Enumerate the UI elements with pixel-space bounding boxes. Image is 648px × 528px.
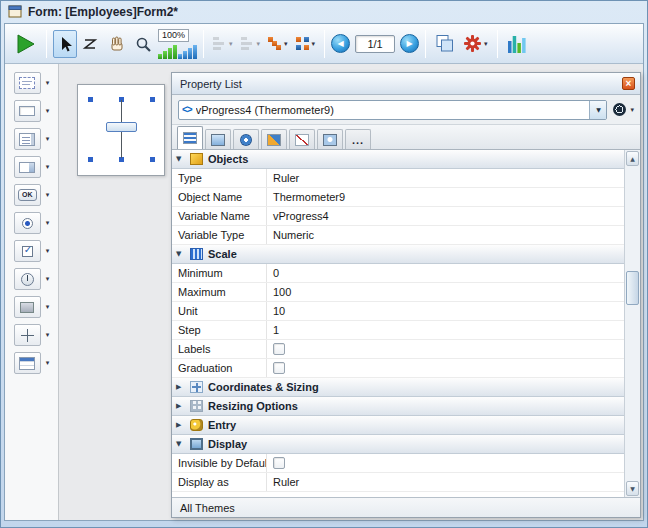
input-field-tool-button[interactable] <box>14 100 41 122</box>
vertical-scrollbar[interactable]: ▲ ▼ <box>624 150 640 497</box>
section-coordinates-sizing[interactable]: ▶Coordinates & Sizing <box>172 378 624 397</box>
selection-handle[interactable] <box>150 157 155 162</box>
level-objects-button[interactable]: ▾ <box>265 30 291 58</box>
zoom-scale-bars-icon[interactable] <box>158 43 197 59</box>
chevron-down-icon[interactable]: ▾ <box>46 79 50 87</box>
property-label: Type <box>172 169 267 187</box>
section-objects[interactable]: ▼Objects <box>172 150 624 169</box>
property-value[interactable] <box>267 340 624 358</box>
object-selector[interactable]: <> vProgress4 (Thermometer9) ▼ <box>178 100 607 120</box>
property-value[interactable] <box>267 454 624 472</box>
list-box-tool-button[interactable] <box>14 352 41 374</box>
property-list-titlebar[interactable]: Property List × <box>172 73 640 95</box>
chevron-down-icon[interactable]: ▾ <box>46 247 50 255</box>
dial-tool-button[interactable] <box>14 268 41 290</box>
property-value[interactable]: Thermometer9 <box>267 188 624 206</box>
chevron-down-icon[interactable]: ▾ <box>484 40 488 48</box>
pen-tool-button[interactable] <box>79 30 103 58</box>
view-filter-button[interactable]: ▾ <box>613 103 634 116</box>
chevron-down-icon[interactable]: ▾ <box>46 219 50 227</box>
property-value[interactable]: 100 <box>267 283 624 301</box>
collapse-triangle-icon[interactable]: ▼ <box>176 250 185 258</box>
execute-form-button[interactable] <box>10 30 40 58</box>
ruler-thumb[interactable] <box>106 122 137 132</box>
tab-screen[interactable] <box>317 129 343 149</box>
radio-button-tool-button[interactable] <box>14 212 41 234</box>
property-value[interactable]: 10 <box>267 302 624 320</box>
labels-checkbox[interactable] <box>273 343 285 355</box>
form-canvas[interactable]: Property List × <> vProgress4 (Thermomet… <box>59 64 643 520</box>
invisible-by-default-checkbox[interactable] <box>273 457 285 469</box>
zoom-tool-button[interactable] <box>131 30 155 58</box>
chevron-down-icon[interactable]: ▾ <box>46 331 50 339</box>
chevron-down-icon[interactable]: ▾ <box>46 107 50 115</box>
display-options-button[interactable] <box>504 30 530 58</box>
property-value[interactable]: Numeric <box>267 226 624 244</box>
property-value[interactable]: 0 <box>267 264 624 282</box>
chevron-down-icon[interactable]: ▾ <box>284 40 288 48</box>
previous-page-button[interactable]: ◀ <box>331 34 350 53</box>
property-value[interactable]: vProgress4 <box>267 207 624 225</box>
splitter-tool-button[interactable] <box>14 324 41 346</box>
rectangle-tool-button[interactable] <box>14 296 41 318</box>
theme-filter-label[interactable]: All Themes <box>180 502 235 514</box>
hand-tool-button[interactable] <box>105 30 129 58</box>
section-resizing-options[interactable]: ▶Resizing Options <box>172 397 624 416</box>
chevron-down-icon[interactable]: ▾ <box>46 191 50 199</box>
tab-list[interactable] <box>177 126 203 149</box>
form-pages-button[interactable] <box>432 30 458 58</box>
chevron-down-icon[interactable]: ▾ <box>46 275 50 283</box>
form-preview[interactable] <box>77 84 165 176</box>
tab-display[interactable] <box>205 129 231 149</box>
settings-button[interactable]: ▾ <box>460 30 491 58</box>
scroll-down-icon[interactable]: ▼ <box>626 481 639 496</box>
chevron-down-icon[interactable]: ▾ <box>630 106 634 114</box>
scroll-up-icon[interactable]: ▲ <box>626 151 639 166</box>
ok-button-tool-button[interactable]: OK <box>14 184 41 206</box>
page-indicator[interactable]: 1/1 <box>355 35 395 53</box>
property-value[interactable]: 1 <box>267 321 624 339</box>
zoom-value: 100% <box>158 29 189 42</box>
chevron-down-icon[interactable]: ▾ <box>46 135 50 143</box>
section-display[interactable]: ▼Display <box>172 435 624 454</box>
hierarchical-list-tool-button[interactable] <box>14 128 41 150</box>
combo-box-tool-button[interactable] <box>14 156 41 178</box>
selection-handle[interactable] <box>150 97 155 102</box>
property-row-variable-name: Variable NamevProgress4 <box>172 207 624 226</box>
chevron-down-icon[interactable]: ▾ <box>46 163 50 171</box>
close-icon[interactable]: × <box>622 77 635 90</box>
property-value[interactable]: Ruler <box>267 169 624 187</box>
scrollbar-thumb[interactable] <box>626 271 639 305</box>
group-objects-button[interactable]: ▾ <box>293 30 319 58</box>
titlebar[interactable]: Form: [Employees]Form2* <box>4 1 644 23</box>
property-label: Display as <box>172 473 267 491</box>
property-value[interactable]: Ruler <box>267 473 624 491</box>
chevron-down-icon[interactable]: ▼ <box>589 101 606 119</box>
check-box-icon <box>22 246 33 257</box>
chevron-down-icon[interactable]: ▾ <box>46 359 50 367</box>
chevron-down-icon[interactable]: ▾ <box>46 303 50 311</box>
pages-icon <box>435 34 455 53</box>
expand-triangle-icon[interactable]: ▶ <box>176 383 185 391</box>
tab-action[interactable] <box>261 129 287 149</box>
tab-graph[interactable] <box>289 129 315 149</box>
arrow-tool-button[interactable] <box>53 30 77 58</box>
next-page-button[interactable]: ▶ <box>400 34 419 53</box>
zoom-level-widget[interactable]: 100% <box>158 29 197 59</box>
expand-triangle-icon[interactable]: ▶ <box>176 402 185 410</box>
check-box-tool-button[interactable] <box>14 240 41 262</box>
collapse-triangle-icon[interactable]: ▼ <box>176 155 185 163</box>
static-text-tool-button[interactable] <box>14 72 41 94</box>
property-value[interactable] <box>267 359 624 377</box>
selection-handle[interactable] <box>88 97 93 102</box>
section-entry[interactable]: ▶Entry <box>172 416 624 435</box>
chevron-down-icon[interactable]: ▾ <box>312 40 316 48</box>
collapse-triangle-icon[interactable]: ▼ <box>176 440 185 448</box>
graduation-checkbox[interactable] <box>273 362 285 374</box>
tab-more[interactable]: ... <box>345 129 371 149</box>
scrollbar-track[interactable] <box>625 167 640 480</box>
expand-triangle-icon[interactable]: ▶ <box>176 421 185 429</box>
selection-handle[interactable] <box>88 157 93 162</box>
tab-settings[interactable] <box>233 129 259 149</box>
section-scale[interactable]: ▼Scale <box>172 245 624 264</box>
